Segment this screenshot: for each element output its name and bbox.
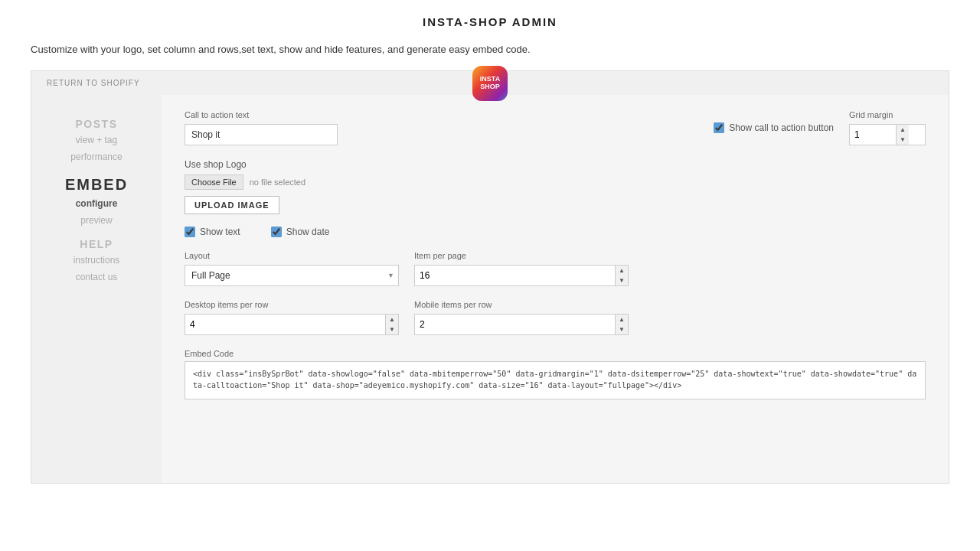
sidebar-item-configure[interactable]: configure [76,197,118,210]
mobile-items-down-btn[interactable]: ▼ [616,324,628,334]
grid-margin-label: Grid margin [849,110,926,119]
items-per-page-spinner: ▲ ▼ [414,265,629,286]
layout-row: Layout Full Page Grid Slider ▼ Item per … [185,251,926,286]
desktop-items-spin-buttons: ▲ ▼ [385,315,398,334]
cta-input[interactable] [185,124,338,145]
desktop-items-group: Desktop items per row ▲ ▼ [185,300,399,335]
items-per-page-up-btn[interactable]: ▲ [616,266,628,276]
admin-top-bar: RETURN TO SHOPIFY INSTASHOP [31,71,949,95]
sidebar-item-contact-us[interactable]: contact us [76,270,118,284]
return-to-shopify-link[interactable]: RETURN TO SHOPIFY [47,79,140,87]
layout-select-wrap: Full Page Grid Slider ▼ [185,265,399,286]
show-cta-checkbox-row: Show call to action button [714,110,834,133]
choose-file-button[interactable]: Choose File [185,174,243,190]
logo-center: INSTASHOP [472,66,508,101]
upload-image-button[interactable]: UPLOAD IMAGE [185,196,279,214]
mobile-items-up-btn[interactable]: ▲ [616,315,628,324]
sidebar-item-instructions[interactable]: instructions [74,253,120,267]
sidebar-posts-title: POSTS [76,118,118,130]
embed-code-section: Embed Code <div class="insBySprBot" data… [185,349,926,399]
mobile-items-spinner: ▲ ▼ [414,314,629,335]
show-text-checkbox[interactable] [185,227,195,237]
grid-margin-spin-buttons: ▲ ▼ [896,125,909,145]
show-date-label: Show date [286,227,330,237]
main-content: Call to action text Show call to action … [162,95,949,483]
sidebar-item-performance[interactable]: performance [70,150,122,164]
row-cta: Call to action text Show call to action … [185,110,926,145]
cta-label: Call to action text [185,110,698,119]
grid-margin-input[interactable] [850,126,896,143]
mobile-items-input[interactable] [415,316,615,333]
insta-shop-logo: INSTASHOP [472,66,508,101]
grid-margin-spinner: ▲ ▼ [849,124,926,145]
admin-body: POSTS view + tag performance EMBED confi… [31,95,949,483]
desktop-items-down-btn[interactable]: ▼ [386,324,398,334]
items-per-page-input[interactable] [415,267,615,284]
admin-container: RETURN TO SHOPIFY INSTASHOP POSTS view +… [31,70,949,484]
items-per-page-spin-buttons: ▲ ▼ [615,266,628,285]
grid-margin-down-btn[interactable]: ▼ [897,135,909,145]
sidebar-item-view-tag[interactable]: view + tag [76,133,117,147]
layout-label: Layout [185,251,399,260]
layout-select[interactable]: Full Page Grid Slider [185,265,399,286]
items-per-page-group: Item per page ▲ ▼ [414,251,629,286]
embed-code-label: Embed Code [185,349,926,358]
file-input-row: Choose File no file selected [185,174,926,190]
page-title: INSTA-SHOP ADMIN [0,0,980,36]
mobile-items-label: Mobile items per row [414,300,629,309]
desktop-items-input[interactable] [185,316,385,333]
show-text-label: Show text [200,227,240,237]
sidebar-item-preview[interactable]: preview [80,214,112,227]
sidebar-embed-title: EMBED [65,176,128,194]
items-per-page-down-btn[interactable]: ▼ [616,276,628,285]
desktop-items-label: Desktop items per row [185,300,399,309]
mobile-items-group: Mobile items per row ▲ ▼ [414,300,629,335]
show-options-row: Show text Show date [185,227,926,237]
layout-group: Layout Full Page Grid Slider ▼ [185,251,399,286]
grid-margin-group: Grid margin ▲ ▼ [849,110,926,145]
embed-code-box: <div class="insBySprBot" data-showlogo="… [185,361,926,399]
use-shop-logo-label: Use shop Logo [185,159,926,170]
show-cta-checkbox[interactable] [714,122,724,133]
show-cta-label: Show call to action button [729,122,834,133]
show-date-checkbox[interactable] [271,227,282,237]
grid-margin-up-btn[interactable]: ▲ [897,125,909,135]
use-shop-logo-section: Use shop Logo Choose File no file select… [185,159,926,214]
sidebar: POSTS view + tag performance EMBED confi… [31,95,162,483]
desktop-items-spinner: ▲ ▼ [185,314,399,335]
desktop-mobile-row: Desktop items per row ▲ ▼ Mobile items p… [185,300,926,335]
items-per-page-label: Item per page [414,251,629,260]
no-file-label: no file selected [250,178,305,187]
desktop-items-up-btn[interactable]: ▲ [386,315,398,324]
show-text-row: Show text [185,227,240,237]
show-date-row: Show date [271,227,330,237]
cta-group: Call to action text [185,110,698,145]
mobile-items-spin-buttons: ▲ ▼ [615,315,628,334]
sidebar-help-title: HELP [80,238,113,250]
